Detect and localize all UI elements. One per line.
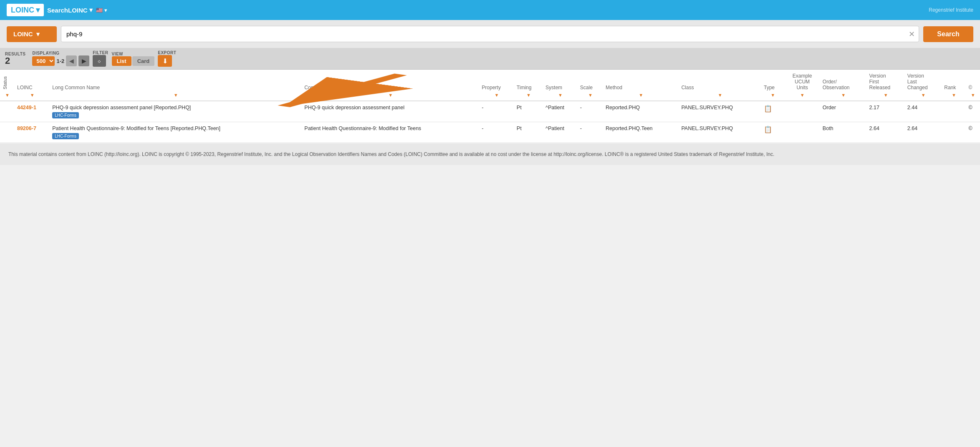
cell-rank-2 xyxy=(942,122,966,143)
sort-property[interactable]: ▼ xyxy=(479,91,514,101)
col-property: Property xyxy=(479,70,514,91)
cell-copyright-1: © xyxy=(966,101,980,122)
search-type-label: LOINC xyxy=(13,30,33,38)
cell-order-obs-1: Order xyxy=(820,101,867,122)
cell-component-1: PHQ-9 quick depression assessment panel xyxy=(302,101,479,122)
footer: This material contains content from LOIN… xyxy=(0,144,980,165)
sort-rank[interactable]: ▼ xyxy=(942,91,966,101)
cell-version-last-1: 2.44 xyxy=(905,101,942,122)
table-row: 89206-7 Patient Health Questionnaire-9: … xyxy=(0,122,980,143)
cell-ucum-2 xyxy=(784,122,820,143)
cell-ucum-1 xyxy=(784,101,820,122)
results-count: 2 xyxy=(5,56,10,65)
sort-scale[interactable]: ▼ xyxy=(578,91,603,101)
column-headers-row: Status LOINC Long Common Name Component … xyxy=(0,70,980,91)
col-class: Class xyxy=(679,70,761,91)
sort-type[interactable]: ▼ xyxy=(761,91,784,101)
sort-class[interactable]: ▼ xyxy=(679,91,761,101)
flag-icon: 🇺🇸 xyxy=(96,7,103,13)
sort-system[interactable]: ▼ xyxy=(543,91,578,101)
logo-text: LOINC xyxy=(11,6,34,15)
search-type-button[interactable]: LOINC ▾ xyxy=(7,26,57,42)
loinc-code-link-2[interactable]: 89206-7 xyxy=(17,126,36,131)
card-view-button[interactable]: Card xyxy=(132,56,155,66)
display-count-select[interactable]: 500 100 200 xyxy=(32,56,55,66)
col-version-last: VersionLastChanged xyxy=(905,70,942,91)
sort-loinc[interactable]: ▼ xyxy=(15,91,50,101)
cell-version-first-2: 2.64 xyxy=(867,122,905,143)
search-input[interactable] xyxy=(61,26,919,42)
cell-method-1: Reported.PHQ xyxy=(603,101,679,122)
export-label: EXPORT xyxy=(158,50,176,55)
flag-chevron: ▾ xyxy=(104,7,107,13)
filter-section: FILTER ⬦ xyxy=(93,50,108,67)
col-order-observation: Order/Observation xyxy=(820,70,867,91)
col-copyright: © xyxy=(966,70,980,91)
sort-arrows-row: ▼ ▼ ▼ ▼ ▼ ▼ ▼ ▼ ▼ ▼ ▼ ▼ ▼ ▼ ▼ ▼ ▼ xyxy=(0,91,980,101)
filter-button[interactable]: ⬦ xyxy=(93,55,106,67)
clear-icon[interactable]: ✕ xyxy=(909,30,915,39)
cell-class-1: PANEL.SURVEY.PHQ xyxy=(679,101,761,122)
cell-loinc-2: 89206-7 xyxy=(15,122,50,143)
cell-system-1: ^Patient xyxy=(543,101,578,122)
col-type: Type xyxy=(761,70,784,91)
sort-ucum[interactable]: ▼ xyxy=(784,91,820,101)
lhc-badge-2[interactable]: LHC-Forms xyxy=(52,133,79,139)
view-buttons: List Card xyxy=(112,56,155,66)
sort-long-name[interactable]: ▼ xyxy=(50,91,302,101)
sort-method[interactable]: ▼ xyxy=(603,91,679,101)
cell-status-2 xyxy=(0,122,15,143)
col-loinc: LOINC xyxy=(15,70,50,91)
cell-rank-1 xyxy=(942,101,966,122)
cell-timing-2: Pt xyxy=(514,122,543,143)
top-navigation: LOINC ▾ SearchLOINC ▾ 🇺🇸 ▾ Regenstrief I… xyxy=(0,0,980,20)
search-input-wrapper: ✕ xyxy=(61,26,919,42)
cell-long-name-2: Patient Health Questionnaire-9: Modified… xyxy=(50,122,302,143)
cell-status-1 xyxy=(0,101,15,122)
language-selector[interactable]: 🇺🇸 ▾ xyxy=(96,7,107,13)
col-timing: Timing xyxy=(514,70,543,91)
sort-version-last[interactable]: ▼ xyxy=(905,91,942,101)
results-table: Status LOINC Long Common Name Component … xyxy=(0,70,980,143)
clipboard-icon-1: 📋 xyxy=(764,105,772,112)
prev-page-button[interactable]: ◀ xyxy=(66,55,77,66)
displaying-controls: 500 100 200 1-2 ◀ ▶ xyxy=(32,55,89,66)
footer-text: This material contains content from LOIN… xyxy=(8,151,972,158)
search-bar: LOINC ▾ ✕ Search xyxy=(0,20,980,48)
list-view-label: List xyxy=(117,58,126,64)
sort-component[interactable]: ▼ xyxy=(302,91,479,101)
sort-version-first[interactable]: ▼ xyxy=(867,91,905,101)
cell-class-2: PANEL.SURVEY.PHQ xyxy=(679,122,761,143)
col-example-ucum-units: ExampleUCUMUnits xyxy=(784,70,820,91)
col-system: System xyxy=(543,70,578,91)
cell-property-2: - xyxy=(479,122,514,143)
col-component: Component xyxy=(302,70,479,91)
sort-status[interactable]: ▼ xyxy=(0,91,15,101)
page-range: 1-2 xyxy=(56,58,64,64)
cell-property-1: - xyxy=(479,101,514,122)
col-long-common-name: Long Common Name xyxy=(50,70,302,91)
loinc-code-link-1[interactable]: 44249-1 xyxy=(17,105,36,110)
export-section: EXPORT ⬇ xyxy=(158,50,176,67)
col-status: Status xyxy=(0,70,15,91)
sort-order-obs[interactable]: ▼ xyxy=(820,91,867,101)
view-label: VIEW xyxy=(112,52,124,56)
export-button[interactable]: ⬇ xyxy=(158,55,172,67)
export-icon: ⬇ xyxy=(162,57,168,65)
loinc-logo[interactable]: LOINC ▾ xyxy=(7,4,44,16)
list-view-button[interactable]: List xyxy=(112,56,131,66)
sort-copyright[interactable]: ▼ xyxy=(966,91,980,101)
nav-right-text: Regenstrief Institute xyxy=(929,7,973,13)
nav-right-label: Regenstrief Institute xyxy=(929,7,973,13)
next-page-button[interactable]: ▶ xyxy=(78,55,89,66)
sort-timing[interactable]: ▼ xyxy=(514,91,543,101)
cell-scale-1: - xyxy=(578,101,603,122)
search-loinc-link[interactable]: SearchLOINC ▾ xyxy=(47,6,93,14)
search-button[interactable]: Search xyxy=(923,26,973,42)
cell-loinc-1: 44249-1 xyxy=(15,101,50,122)
lhc-badge-1[interactable]: LHC-Forms xyxy=(52,112,79,118)
cell-version-first-1: 2.17 xyxy=(867,101,905,122)
status-col-label: Status xyxy=(3,76,8,89)
search-loinc-chevron: ▾ xyxy=(89,6,93,14)
long-name-text-1: PHQ-9 quick depression assessment panel … xyxy=(52,105,299,110)
